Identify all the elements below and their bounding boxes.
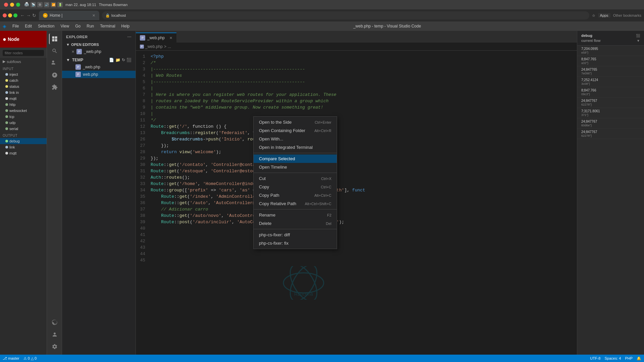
statusbar-language[interactable]: PHP: [625, 356, 633, 361]
context-copy-path-shortcut: Alt+Ctrl+C: [314, 193, 331, 197]
statusbar-errors[interactable]: ⚠ 0 △ 0: [23, 356, 37, 361]
win-minimize[interactable]: [8, 13, 12, 17]
folder-name: TEMP: [72, 58, 83, 62]
window-controls[interactable]: [3, 13, 17, 17]
menu-view[interactable]: View: [58, 23, 72, 29]
node-udp[interactable]: udp: [0, 120, 47, 126]
open-editors-section[interactable]: ▼ OPEN EDITORS: [62, 41, 136, 48]
context-open-terminal[interactable]: Open in Integrated Terminal: [254, 143, 337, 152]
search-input[interactable]: [3, 50, 44, 56]
win-maximize[interactable]: [13, 13, 17, 17]
tab-php-icon: P: [140, 35, 145, 41]
minimize-btn[interactable]: [10, 3, 14, 7]
win-close[interactable]: [3, 13, 7, 17]
statusbar-encoding[interactable]: UTF-8: [590, 356, 600, 361]
activity-remote[interactable]: [49, 317, 60, 328]
node-debug[interactable]: debug: [0, 138, 47, 144]
statusbar-branch[interactable]: ⎇ master: [3, 356, 19, 361]
explorer-header-icons[interactable]: ···: [127, 34, 131, 39]
menu-edit[interactable]: Edit: [22, 23, 35, 29]
file-web-php[interactable]: P web.php: [62, 71, 136, 78]
menu-file[interactable]: File: [10, 23, 21, 29]
activity-extensions[interactable]: [49, 82, 60, 93]
node-items-area: ▶ subflows input inject catch status: [0, 58, 47, 355]
other-bookmarks[interactable]: Other bookmarks: [613, 13, 641, 17]
apps-bookmark[interactable]: Apps: [598, 13, 610, 18]
address-bar[interactable]: 🔒 localhost: [102, 11, 589, 19]
node-link-in[interactable]: link in: [0, 89, 47, 96]
context-cut[interactable]: Cut Ctrl+X: [254, 174, 337, 183]
node-mqtt-out[interactable]: mqtt: [0, 150, 47, 156]
reload-button[interactable]: ↻: [32, 13, 36, 18]
menu-terminal[interactable]: Terminal: [97, 23, 118, 29]
context-copy[interactable]: Copy Ctrl+C: [254, 183, 337, 191]
statusbar-notifications[interactable]: 🔔: [637, 356, 641, 361]
context-open-with[interactable]: Open With...: [254, 135, 337, 143]
activity-debug[interactable]: [49, 70, 60, 80]
context-menu[interactable]: Open to the Side Ctrl+Enter Open Contain…: [253, 116, 337, 249]
context-open-to-side[interactable]: Open to the Side Ctrl+Enter: [254, 118, 337, 126]
tab-close-icon[interactable]: ✕: [169, 36, 172, 40]
collapse-icon[interactable]: ⬛: [126, 58, 131, 62]
node-status[interactable]: status: [0, 83, 47, 89]
activity-git[interactable]: [49, 58, 60, 68]
more-options-icon[interactable]: ···: [127, 34, 131, 39]
file-web-php-underscore[interactable]: P _web.php: [62, 63, 136, 71]
close-btn[interactable]: [4, 3, 8, 7]
subflows-section[interactable]: ▶ subflows: [0, 58, 47, 65]
context-copy-path[interactable]: Copy Path Alt+Ctrl+C: [254, 191, 337, 199]
context-compare-selected[interactable]: Compare Selected: [254, 155, 337, 163]
folder-toolbar[interactable]: 📄 📁 ↻ ⬛: [109, 58, 131, 62]
node-link-out[interactable]: link: [0, 144, 47, 150]
subflows-label: subflows: [7, 60, 21, 64]
menu-selection[interactable]: Selection: [35, 23, 57, 29]
refresh-icon[interactable]: ↻: [122, 58, 125, 62]
node-websocket[interactable]: websocket: [0, 108, 47, 114]
menu-go[interactable]: Go: [72, 23, 83, 29]
debug-filter[interactable]: ▼: [637, 39, 640, 43]
context-delete[interactable]: Delete Del: [254, 219, 337, 228]
node-http[interactable]: http: [0, 102, 47, 108]
node-serial[interactable]: serial: [0, 126, 47, 132]
file-underscore-web: _web.php: [83, 65, 100, 69]
activity-search[interactable]: [49, 46, 60, 56]
activity-settings[interactable]: [49, 341, 60, 352]
context-copy-relative[interactable]: Copy Relative Path Alt+Ctrl+Shift+C: [254, 199, 337, 208]
menu-help[interactable]: Help: [119, 23, 132, 29]
context-copy-relative-label: Copy Relative Path: [259, 201, 296, 206]
activity-explorer[interactable]: [49, 34, 60, 44]
new-folder-icon[interactable]: 📁: [115, 58, 120, 62]
context-php-diff[interactable]: php-cs-fixer: diff: [254, 231, 337, 239]
context-open-folder-label: Open Containing Folder: [259, 128, 305, 133]
context-copy-relative-shortcut: Alt+Ctrl+Shift+C: [305, 202, 331, 206]
tab-close[interactable]: ✕: [92, 13, 95, 18]
php-file-icon: P: [76, 49, 82, 54]
back-button[interactable]: ←: [20, 13, 25, 18]
close-debug-panel[interactable]: ⬛: [636, 34, 640, 38]
bookmark-star[interactable]: ☆: [592, 13, 595, 18]
context-rename[interactable]: Rename F2: [254, 211, 337, 219]
explorer-header: EXPLORER ···: [62, 31, 136, 41]
open-editor-web-php[interactable]: ✕ P _web.php: [62, 48, 136, 55]
temp-folder-header[interactable]: ▼ TEMP 📄 📁 ↻ ⬛: [62, 57, 136, 63]
chrome-tab[interactable]: N Home | ✕: [39, 11, 99, 20]
forward-button[interactable]: →: [26, 13, 31, 18]
node-catch[interactable]: catch: [0, 77, 47, 83]
traffic-lights[interactable]: [4, 3, 20, 7]
context-rename-shortcut: F2: [327, 213, 331, 217]
statusbar-indent[interactable]: Spaces: 4: [604, 356, 621, 361]
debug-item-2: 8;847.765a32"}: [577, 56, 644, 66]
node-tcp[interactable]: tcp: [0, 114, 47, 120]
maximize-btn[interactable]: [16, 3, 20, 7]
menu-run[interactable]: Run: [84, 23, 97, 29]
new-file-icon[interactable]: 📄: [109, 58, 114, 62]
activity-account[interactable]: [49, 329, 60, 340]
context-timeline-label: Open Timeline: [259, 165, 287, 170]
context-open-timeline[interactable]: Open Timeline: [254, 163, 337, 171]
chrome-nav[interactable]: ← → ↻: [20, 13, 36, 18]
node-inject[interactable]: inject: [0, 71, 47, 77]
context-php-fix[interactable]: php-cs-fixer: fix: [254, 239, 337, 247]
context-open-folder[interactable]: Open Containing Folder Alt+Ctrl+R: [254, 126, 337, 135]
editor-tab-web-php[interactable]: P _web.php ✕: [136, 33, 176, 43]
node-mqtt-in[interactable]: mqtt: [0, 96, 47, 102]
